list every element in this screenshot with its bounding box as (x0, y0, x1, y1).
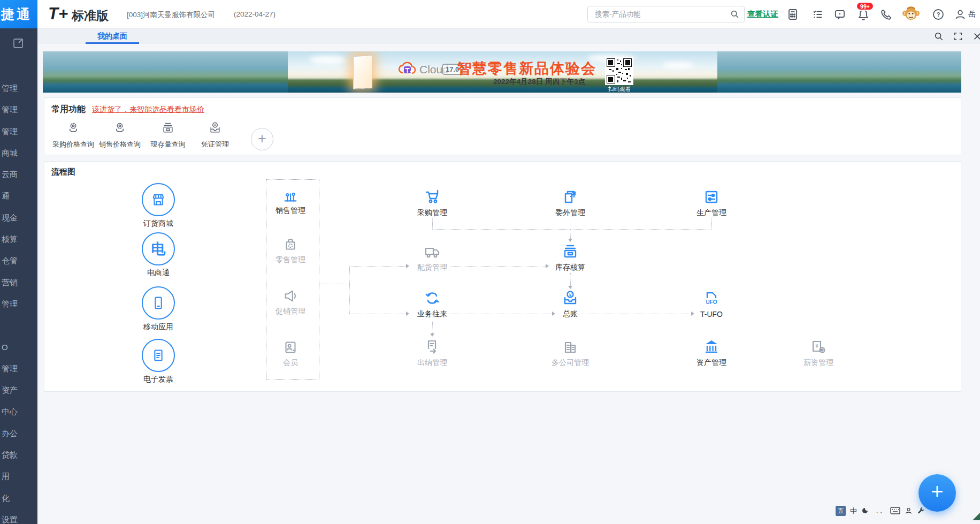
cart-icon (423, 187, 442, 207)
quick-item-purchase-price-query[interactable]: 采购价格查询 (49, 120, 97, 149)
flow-connector (432, 322, 433, 333)
sidebar-item[interactable]: 用 (0, 466, 37, 487)
search-icon[interactable] (730, 10, 739, 19)
flow-arrow (406, 312, 409, 316)
ime-wrench-icon[interactable] (917, 507, 925, 515)
fullscreen-icon[interactable] (953, 32, 963, 41)
flow-node-label: 总账 (541, 309, 600, 319)
sidebar-item[interactable]: 资产 (0, 379, 37, 401)
flow-node-distribution-management[interactable]: 配货管理 (403, 242, 462, 272)
smart-selection-promo-link[interactable]: 该进货了，来智能选品看看市场价 (92, 105, 204, 115)
archive-drawer-icon (561, 242, 580, 261)
sidebar-item[interactable]: 现金 (0, 207, 37, 229)
quick-item-stock-query[interactable]: 现存量查询 (144, 120, 192, 149)
ime-language-bar: 五 中 ，。 (836, 505, 925, 517)
flow-node-general-ledger[interactable]: ¥ 总账 (541, 288, 600, 319)
flow-node-asset-management[interactable]: 资产管理 (682, 337, 741, 368)
view-certification-link[interactable]: 查看认证 (747, 9, 778, 19)
sidebar-item[interactable]: 管理 (0, 121, 37, 142)
sidebar-item[interactable]: 商城 (0, 142, 37, 164)
flow-connector (319, 284, 349, 284)
flow-node-payroll-management[interactable]: ¥ 薪资管理 (789, 337, 848, 368)
tab-my-desktop[interactable]: 我的桌面 (86, 28, 139, 44)
flow-node-purchase-management[interactable]: 采购管理 (403, 187, 462, 218)
sidebar-item[interactable]: 管理 (0, 358, 37, 379)
sidebar-item[interactable]: 贷款 (0, 444, 37, 466)
flow-connector (582, 314, 691, 314)
sidebar-item[interactable]: 营销 (0, 272, 37, 293)
sliders-icon (702, 187, 721, 207)
gear-tray-icon (112, 120, 127, 135)
bank-icon (702, 337, 721, 356)
flow-node-e-invoice[interactable]: 电子发票 (126, 339, 190, 384)
sidebar-item[interactable]: 云商 (0, 164, 37, 185)
flow-node-retail-management[interactable]: 零售管理 (261, 236, 320, 265)
sidebar-item[interactable]: 管理 (0, 78, 37, 99)
tab-search-icon[interactable] (934, 32, 944, 41)
sidebar-item[interactable]: 管理 (0, 99, 37, 120)
svg-text:¥: ¥ (214, 123, 216, 127)
product-edition: 标准版 (72, 7, 109, 24)
flow-node-label: 电商通 (126, 268, 190, 278)
flow-node-business-transactions[interactable]: 业务往来 (403, 288, 462, 319)
sidebar-item[interactable]: 管理 (0, 293, 37, 315)
ime-keyboard-icon[interactable] (890, 507, 900, 514)
flow-node-multi-company[interactable]: 多公司管理 (541, 337, 600, 368)
flow-node-production-management[interactable]: 生产管理 (682, 187, 741, 218)
flow-node-member[interactable]: 会员 (261, 338, 320, 368)
sidebar-item[interactable] (0, 315, 37, 336)
brand-logo-text: 畅捷通 (0, 5, 32, 23)
sidebar-item[interactable]: 通 (0, 185, 37, 207)
flow-node-label: 零售管理 (261, 255, 320, 265)
help-icon[interactable]: ? (932, 8, 945, 21)
quick-item-sales-price-query[interactable]: 销售价格查询 (96, 120, 144, 149)
ime-punctuation-icon[interactable]: ，。 (874, 506, 886, 516)
feedback-icon[interactable] (833, 8, 846, 21)
sidebar-nav: 管理 管理 管理 商城 云商 通 现金 核算 仓管 营销 管理 O 管理 资产 … (0, 28, 37, 524)
flow-node-promotion-management[interactable]: 促销管理 (261, 287, 320, 316)
ime-user-icon[interactable] (905, 507, 913, 515)
mascot-monkey-icon[interactable] (901, 4, 921, 25)
ecommerce-char-icon: 电 (151, 239, 166, 259)
flow-node-cashier-management[interactable]: 出纳管理 (403, 337, 462, 368)
flow-connector (711, 218, 712, 229)
flow-node-sales-management[interactable]: 销售管理 (261, 186, 320, 216)
sidebar-item[interactable]: O (0, 337, 37, 358)
flow-node-outsourcing-management[interactable]: 委外管理 (541, 187, 600, 218)
flow-node-order-mall[interactable]: 订货商城 (126, 183, 190, 229)
quick-item-label: 销售价格查询 (96, 140, 144, 149)
task-list-icon[interactable] (811, 8, 824, 21)
flow-connector (349, 314, 406, 314)
quick-item-voucher-management[interactable]: ¥ 凭证管理 (191, 120, 239, 149)
search-box[interactable] (587, 6, 745, 22)
sync-arrows-icon (423, 288, 442, 308)
flow-node-mobile-app[interactable]: 移动应用 (126, 286, 190, 332)
document-export-icon (561, 187, 580, 207)
flow-node-inventory-accounting[interactable]: 库存核算 (541, 242, 600, 272)
brand-logo[interactable]: 畅捷通 (0, 0, 37, 28)
add-quick-function-button[interactable]: + (251, 128, 273, 150)
sidebar-item[interactable]: 中心 (0, 401, 37, 422)
promo-banner[interactable]: Cloud 17.0 智慧零售新品体验会 2022年4月28日 周四下午3点 扫… (43, 51, 961, 93)
calculator-icon[interactable] (786, 8, 799, 21)
sidebar-item[interactable]: 化 (0, 488, 37, 509)
sidebar-item[interactable]: 核算 (0, 229, 37, 250)
phone-icon[interactable] (880, 8, 893, 21)
username-label[interactable]: 岳 (968, 10, 976, 19)
sidebar-pin-icon[interactable] (12, 36, 26, 50)
user-icon[interactable] (954, 8, 967, 21)
flow-arrow (552, 312, 555, 316)
sidebar-item[interactable]: 设置 (0, 509, 37, 524)
flow-connector (349, 266, 350, 314)
ime-wubi-icon[interactable]: 五 (836, 506, 846, 516)
flow-node-label: 会员 (261, 358, 320, 368)
close-icon[interactable] (973, 32, 980, 41)
top-bar: 畅捷通 T+ 标准版 [003]河南天曼服饰有限公司 (2022-04-27) … (0, 0, 980, 28)
ime-fullhalf-moon-icon[interactable] (861, 506, 870, 515)
add-fab-button[interactable]: + (918, 474, 956, 512)
search-input[interactable] (594, 10, 730, 19)
flow-node-ecommerce[interactable]: 电 电商通 (126, 232, 190, 278)
ime-lang-icon[interactable]: 中 (850, 506, 857, 516)
sidebar-item[interactable]: 办公 (0, 423, 37, 444)
sidebar-item[interactable]: 仓管 (0, 250, 37, 271)
